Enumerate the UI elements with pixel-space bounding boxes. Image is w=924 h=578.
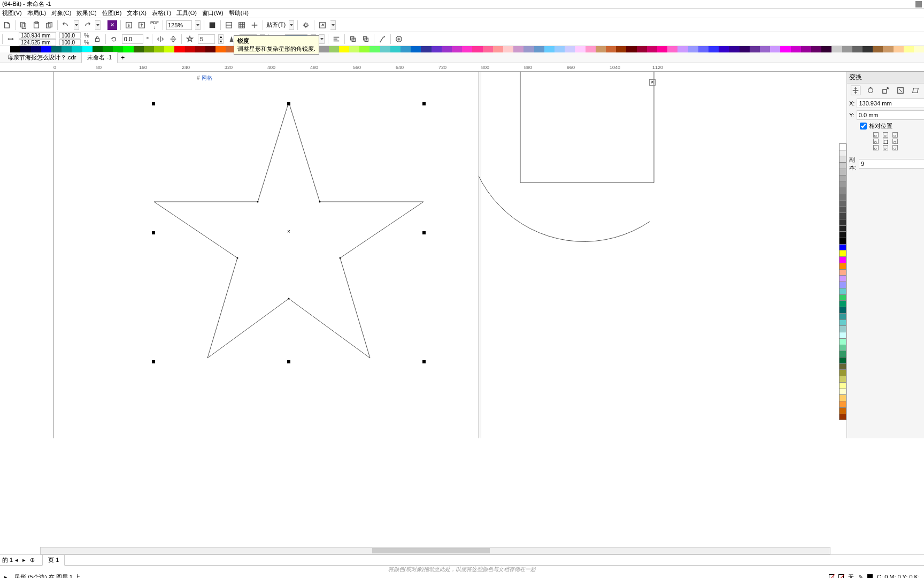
color-swatch[interactable] (195, 46, 205, 52)
handle-bl[interactable] (152, 360, 155, 363)
color-swatch[interactable] (472, 46, 482, 52)
color-swatch[interactable] (452, 46, 462, 52)
color-swatch[interactable] (626, 46, 636, 52)
color-swatch[interactable] (185, 46, 195, 52)
color-swatch[interactable] (534, 46, 544, 52)
color-swatch[interactable] (677, 46, 688, 52)
scale-x-input[interactable] (59, 32, 81, 39)
color-swatch[interactable] (349, 46, 359, 52)
handle-br[interactable] (422, 360, 426, 363)
color-swatch[interactable] (380, 46, 390, 52)
color-swatch[interactable] (339, 46, 349, 52)
zoom-input[interactable] (166, 20, 192, 30)
redo-dropdown[interactable] (95, 20, 101, 30)
handle-tl[interactable] (152, 102, 155, 105)
scale-tab-icon[interactable] (881, 86, 890, 95)
position-tab-icon[interactable] (851, 86, 860, 95)
color-swatch[interactable] (729, 46, 739, 52)
undo-dropdown[interactable] (74, 20, 79, 30)
fullscreen-icon[interactable] (207, 20, 217, 30)
add-tab-icon[interactable]: + (118, 54, 128, 62)
lock-ratio-icon[interactable] (93, 34, 102, 44)
color-swatch[interactable] (894, 46, 904, 52)
menu-help[interactable]: 帮助(H) (229, 9, 249, 17)
options-icon[interactable] (301, 20, 311, 30)
color-swatch[interactable] (442, 46, 452, 52)
handle-ml[interactable] (152, 231, 155, 234)
color-swatch[interactable] (523, 46, 534, 52)
color-swatch[interactable] (688, 46, 698, 52)
color-swatch[interactable] (0, 46, 10, 52)
color-swatch[interactable] (503, 46, 513, 52)
color-swatch[interactable] (873, 46, 883, 52)
doctab-1[interactable]: 母亲节海报怎么设计？.cdr (2, 52, 81, 63)
snap-dropdown[interactable] (289, 20, 294, 30)
launch-icon[interactable] (318, 20, 327, 30)
wrap-text-icon[interactable] (332, 34, 341, 44)
color-swatch[interactable] (575, 46, 585, 52)
export-file-icon[interactable] (137, 20, 147, 30)
back-icon[interactable] (361, 34, 371, 44)
doctab-2[interactable]: 未命名 -1 (81, 52, 118, 63)
color-swatch[interactable] (811, 46, 821, 52)
color-swatch[interactable] (606, 46, 616, 52)
color-swatch[interactable] (657, 46, 667, 52)
color-swatch[interactable] (709, 46, 719, 52)
duplicate-icon[interactable] (44, 20, 54, 30)
outline-pen-icon[interactable]: ✎ (858, 574, 863, 579)
page-add-icon[interactable]: ⊕ (30, 557, 35, 564)
menu-table[interactable]: 表格(T) (152, 9, 171, 17)
points-spinner[interactable]: ▲▼ (218, 34, 224, 44)
copies-input[interactable] (859, 159, 924, 169)
handle-bm[interactable] (287, 360, 290, 363)
undo-icon[interactable] (61, 20, 71, 30)
color-swatch[interactable] (144, 46, 154, 52)
page-tab-1[interactable]: 页 1 (42, 554, 65, 566)
anchor-grid-row1[interactable]: ○○○ (849, 132, 922, 138)
color-swatch[interactable] (842, 46, 852, 52)
color-swatch[interactable] (740, 46, 750, 52)
color-swatch[interactable] (164, 46, 174, 52)
color-swatch[interactable] (174, 46, 184, 52)
color-swatch[interactable] (637, 46, 647, 52)
star-points-input[interactable] (198, 34, 215, 44)
color-swatch[interactable] (667, 46, 677, 52)
menu-effect[interactable]: 效果(C) (76, 9, 96, 17)
anchor-grid-row3[interactable]: ○○○ (849, 145, 922, 150)
color-swatch[interactable] (401, 46, 411, 52)
color-swatch[interactable] (493, 46, 503, 52)
panel-x-input[interactable] (857, 98, 924, 108)
color-swatch[interactable] (205, 46, 215, 52)
color-swatch[interactable] (134, 46, 144, 52)
menu-bitmap[interactable]: 位图(B) (102, 9, 122, 17)
relative-checkbox[interactable] (860, 123, 867, 130)
menu-object[interactable]: 对象(C) (51, 9, 71, 17)
cursor-indicator-icon[interactable]: ▸ (4, 574, 7, 579)
color-swatch[interactable] (821, 46, 831, 52)
convert-curves-icon[interactable] (378, 34, 387, 44)
outline-dropdown[interactable] (319, 34, 325, 44)
color-swatch[interactable] (123, 46, 133, 52)
front-icon[interactable] (348, 34, 358, 44)
color-swatch[interactable] (770, 46, 780, 52)
menu-text[interactable]: 文本(X) (127, 9, 147, 17)
scrollbar-horizontal[interactable] (40, 547, 830, 554)
color-swatch[interactable] (513, 46, 523, 52)
grid1-icon[interactable] (224, 20, 234, 30)
canvas[interactable]: 网格 × × (0, 72, 846, 438)
zoom-dropdown[interactable] (195, 20, 201, 30)
color-swatch[interactable] (719, 46, 729, 52)
color-swatch[interactable] (51, 46, 61, 52)
color-swatch[interactable] (329, 46, 339, 52)
color-swatch[interactable] (586, 46, 596, 52)
export-icon[interactable] (2, 20, 12, 30)
color-swatch[interactable] (318, 46, 328, 52)
menu-view[interactable]: 视图(V) (2, 9, 22, 17)
color-swatch[interactable] (20, 46, 30, 52)
guides-icon[interactable] (250, 20, 259, 30)
close-page-icon[interactable]: × (649, 79, 656, 86)
color-swatch[interactable] (750, 46, 760, 52)
scale-y-input[interactable] (59, 39, 81, 45)
color-swatch[interactable] (10, 46, 20, 52)
no-fill-icon[interactable] (829, 574, 834, 578)
